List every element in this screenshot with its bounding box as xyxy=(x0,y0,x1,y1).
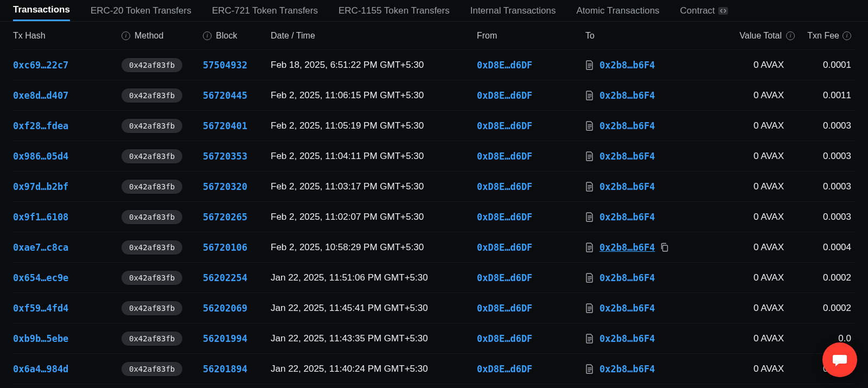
from-address-link[interactable]: 0xD8E…d6DF xyxy=(477,120,532,131)
to-address-link[interactable]: 0x2b8…b6F4 xyxy=(599,333,655,344)
method-pill[interactable]: 0x42af83fb xyxy=(122,332,182,346)
tab-label: ERC-721 Token Transfers xyxy=(212,5,318,16)
block-link[interactable]: 56202069 xyxy=(203,303,247,314)
copy-icon[interactable] xyxy=(660,243,669,252)
tab-internal[interactable]: Internal Transactions xyxy=(470,5,556,21)
from-address-link[interactable]: 0xD8E…d6DF xyxy=(477,242,532,253)
datetime: Feb 2, 2025, 11:06:15 PM GMT+5:30 xyxy=(271,90,424,100)
tx-hash-link[interactable]: 0x97d…b2bf xyxy=(13,181,68,192)
method-pill[interactable]: 0x42af83fb xyxy=(122,301,182,315)
txn-fee: 0.0 xyxy=(797,333,851,344)
block-link[interactable]: 56720106 xyxy=(203,242,247,253)
block-link[interactable]: 56720320 xyxy=(203,181,247,192)
tx-hash-link[interactable]: 0x6a4…984d xyxy=(13,364,68,374)
tx-hash-link[interactable]: 0xf59…4fd4 xyxy=(13,303,68,314)
from-address-link[interactable]: 0xD8E…d6DF xyxy=(477,60,532,71)
to-address-link[interactable]: 0x2b8…b6F4 xyxy=(599,242,655,253)
tab-atomic[interactable]: Atomic Transactions xyxy=(577,5,660,21)
tab-erc20[interactable]: ERC-20 Token Transfers xyxy=(91,5,192,21)
to-address-link[interactable]: 0x2b8…b6F4 xyxy=(599,151,655,162)
value-total: 0 AVAX xyxy=(732,242,797,253)
txn-fee: 0.0001 xyxy=(797,60,851,71)
from-address-link[interactable]: 0xD8E…d6DF xyxy=(477,364,532,374)
block-link[interactable]: 56201994 xyxy=(203,333,247,344)
block-link[interactable]: 56720353 xyxy=(203,151,247,162)
method-pill[interactable]: 0x42af83fb xyxy=(122,240,182,255)
block-link[interactable]: 56720445 xyxy=(203,90,247,101)
contract-icon xyxy=(585,273,594,283)
block-link[interactable]: 57504932 xyxy=(203,60,247,71)
contract-icon xyxy=(585,182,594,192)
block-link[interactable]: 56720265 xyxy=(203,212,247,222)
to-address-link[interactable]: 0x2b8…b6F4 xyxy=(599,272,655,283)
to-address-link[interactable]: 0x2b8…b6F4 xyxy=(599,60,655,71)
to-address-link[interactable]: 0x2b8…b6F4 xyxy=(599,90,655,101)
table-row: 0xb9b…5ebe0x42af83fb56201994Jan 22, 2025… xyxy=(13,323,855,354)
tx-hash-link[interactable]: 0x986…05d4 xyxy=(13,151,68,162)
tx-hash-link[interactable]: 0x654…ec9e xyxy=(13,272,68,283)
from-address-link[interactable]: 0xD8E…d6DF xyxy=(477,181,532,192)
tx-hash-link[interactable]: 0xb9b…5ebe xyxy=(13,333,68,344)
table-row: 0x6a4…984d0x42af83fb56201894Jan 22, 2025… xyxy=(13,354,855,384)
value-total: 0 AVAX xyxy=(732,181,797,192)
tab-transactions[interactable]: Transactions xyxy=(13,4,70,21)
value-total: 0 AVAX xyxy=(732,120,797,131)
block-link[interactable]: 56202254 xyxy=(203,272,247,283)
col-block: iBlock xyxy=(203,31,271,41)
txn-fee: 0.0003 xyxy=(797,212,851,222)
tab-erc721[interactable]: ERC-721 Token Transfers xyxy=(212,5,318,21)
to-address-link[interactable]: 0x2b8…b6F4 xyxy=(599,212,655,222)
block-link[interactable]: 56201894 xyxy=(203,364,247,374)
datetime: Feb 18, 2025, 6:51:22 PM GMT+5:30 xyxy=(271,60,424,70)
tx-hash-link[interactable]: 0xf28…fdea xyxy=(13,120,68,131)
method-pill[interactable]: 0x42af83fb xyxy=(122,271,182,285)
col-to: To xyxy=(585,31,732,41)
info-icon[interactable]: i xyxy=(786,31,795,40)
tab-erc1155[interactable]: ERC-1155 Token Transfers xyxy=(339,5,450,21)
method-pill[interactable]: 0x42af83fb xyxy=(122,210,182,224)
to-address-link[interactable]: 0x2b8…b6F4 xyxy=(599,120,655,131)
datetime: Jan 22, 2025, 11:51:06 PM GMT+5:30 xyxy=(271,272,428,283)
tab-label: Internal Transactions xyxy=(470,5,556,16)
tx-hash-link[interactable]: 0xe8d…d407 xyxy=(13,90,68,101)
table-row: 0xc69…22c70x42af83fb57504932Feb 18, 2025… xyxy=(13,50,855,80)
chat-button[interactable] xyxy=(822,342,857,377)
from-address-link[interactable]: 0xD8E…d6DF xyxy=(477,333,532,344)
to-address-link[interactable]: 0x2b8…b6F4 xyxy=(599,303,655,314)
block-link[interactable]: 56720401 xyxy=(203,120,247,131)
info-icon[interactable]: i xyxy=(122,31,130,40)
contract-icon xyxy=(585,212,594,222)
from-address-link[interactable]: 0xD8E…d6DF xyxy=(477,212,532,222)
method-pill[interactable]: 0x42af83fb xyxy=(122,362,182,376)
from-address-link[interactable]: 0xD8E…d6DF xyxy=(477,272,532,283)
info-icon[interactable]: i xyxy=(203,31,212,40)
to-address-link[interactable]: 0x2b8…b6F4 xyxy=(599,181,655,192)
datetime: Feb 2, 2025, 11:03:17 PM GMT+5:30 xyxy=(271,181,424,192)
method-pill[interactable]: 0x42af83fb xyxy=(122,88,182,103)
tab-label: ERC-20 Token Transfers xyxy=(91,5,192,16)
from-address-link[interactable]: 0xD8E…d6DF xyxy=(477,303,532,314)
value-total: 0 AVAX xyxy=(732,333,797,344)
info-icon[interactable]: i xyxy=(843,31,851,40)
from-address-link[interactable]: 0xD8E…d6DF xyxy=(477,90,532,101)
tx-hash-link[interactable]: 0xae7…c8ca xyxy=(13,242,68,253)
tab-contract[interactable]: Contract xyxy=(680,5,728,21)
from-address-link[interactable]: 0xD8E…d6DF xyxy=(477,151,532,162)
method-pill[interactable]: 0x42af83fb xyxy=(122,149,182,163)
tx-hash-link[interactable]: 0xc69…22c7 xyxy=(13,60,68,71)
col-from: From xyxy=(477,31,585,41)
contract-icon xyxy=(585,364,594,374)
txn-fee: 0.0004 xyxy=(797,242,851,253)
txn-fee: 0.0003 xyxy=(797,151,851,162)
method-pill[interactable]: 0x42af83fb xyxy=(122,58,182,72)
contract-icon xyxy=(585,243,594,252)
contract-icon xyxy=(585,60,594,70)
contract-icon xyxy=(585,121,594,131)
datetime: Feb 2, 2025, 11:02:07 PM GMT+5:30 xyxy=(271,212,424,222)
datetime: Feb 2, 2025, 10:58:29 PM GMT+5:30 xyxy=(271,242,424,252)
method-pill[interactable]: 0x42af83fb xyxy=(122,119,182,133)
table-row: 0xae7…c8ca0x42af83fb56720106Feb 2, 2025,… xyxy=(13,232,855,263)
method-pill[interactable]: 0x42af83fb xyxy=(122,180,182,194)
to-address-link[interactable]: 0x2b8…b6F4 xyxy=(599,364,655,374)
tx-hash-link[interactable]: 0x9f1…6108 xyxy=(13,212,68,222)
